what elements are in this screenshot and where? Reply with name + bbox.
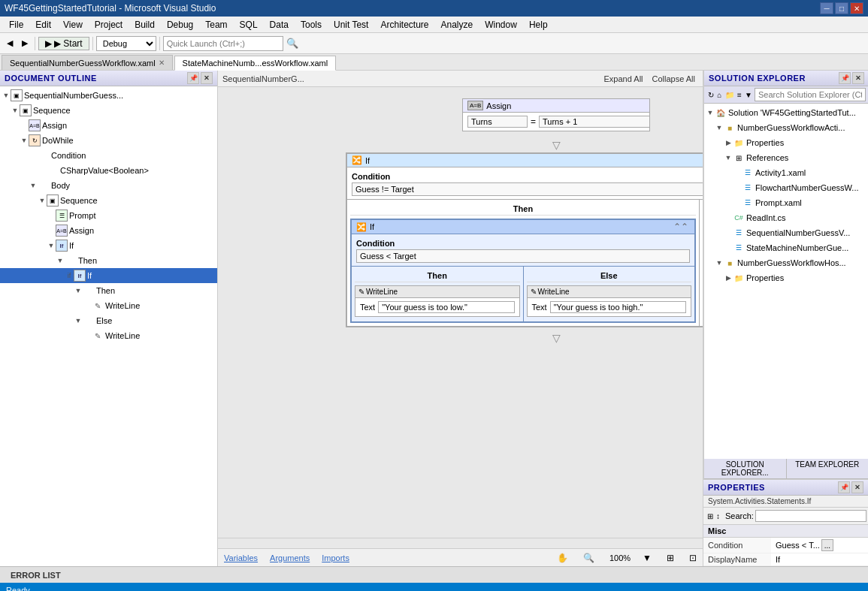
tree-item-0[interactable]: ▼▣SequentialNumberGuess...	[0, 88, 217, 103]
se-search-input[interactable]	[755, 88, 866, 101]
close-prop-icon[interactable]: ✕	[851, 481, 863, 493]
se-expand-0[interactable]: ▼	[706, 108, 715, 117]
writeline-then[interactable]: ✎ WriteLine Text	[355, 285, 520, 317]
tree-expand-8[interactable]	[47, 211, 56, 220]
forward-button[interactable]: ▶	[18, 35, 32, 52]
se-folder-btn[interactable]: 📁	[724, 88, 735, 101]
tree-expand-2[interactable]	[20, 121, 29, 130]
tree-item-13[interactable]: ▼Then	[0, 283, 217, 298]
workflow-canvas[interactable]: A=B Assign = ▽	[218, 87, 703, 538]
tree-item-9[interactable]: A=BAssign	[0, 223, 217, 238]
tree-item-12[interactable]: ifIfIf	[0, 268, 217, 283]
tree-item-16[interactable]: ✎WriteLine	[0, 328, 217, 343]
se-expand-8[interactable]	[724, 228, 733, 237]
se-properties-btn[interactable]: ≡	[736, 88, 743, 101]
close-outline-icon[interactable]: ✕	[201, 72, 213, 84]
properties-search-input[interactable]	[755, 510, 866, 522]
menu-item-team[interactable]: Team	[199, 18, 233, 32]
se-expand-11[interactable]: ▶	[724, 273, 733, 282]
hand-tool-icon[interactable]: ✋	[557, 553, 568, 563]
writeline-else-text-input[interactable]	[550, 301, 686, 313]
quicklaunch-input[interactable]	[163, 36, 283, 51]
se-tree-item-7[interactable]: C#ReadInt.cs	[704, 210, 868, 225]
tree-item-14[interactable]: ✎WriteLine	[0, 298, 217, 313]
menu-item-help[interactable]: Help	[523, 18, 554, 32]
writeline-then-text-input[interactable]	[378, 301, 514, 313]
zoom-dropdown-icon[interactable]: ▼	[643, 553, 652, 563]
menu-item-window[interactable]: Window	[479, 18, 523, 32]
assign-left-input[interactable]	[467, 116, 528, 128]
minimize-button[interactable]: ─	[820, 2, 833, 14]
arguments-link[interactable]: Arguments	[270, 553, 310, 562]
pin-prop-icon[interactable]: 📌	[838, 481, 850, 493]
prop-sort-btn[interactable]: ↕	[715, 509, 721, 523]
tree-item-7[interactable]: ▼▣Sequence	[0, 193, 217, 208]
se-expand-1[interactable]: ▼	[715, 123, 724, 132]
pin-se-icon[interactable]: 📌	[839, 72, 851, 84]
se-expand-10[interactable]: ▼	[715, 258, 724, 267]
se-expand-3[interactable]: ▼	[724, 153, 733, 162]
tree-expand-1[interactable]: ▼	[11, 106, 20, 115]
se-refresh-btn[interactable]: ↻	[707, 88, 715, 101]
menu-item-view[interactable]: View	[57, 18, 89, 32]
menu-item-architecture[interactable]: Architecture	[374, 18, 434, 32]
tree-expand-15[interactable]: ▼	[74, 316, 83, 325]
tree-expand-11[interactable]: ▼	[56, 256, 65, 265]
tree-expand-14[interactable]	[83, 301, 92, 310]
doc-outline-tree[interactable]: ▼▣SequentialNumberGuess...▼▣SequenceA=BA…	[0, 86, 217, 566]
tree-item-15[interactable]: ▼Else	[0, 313, 217, 328]
tab-close-sequential[interactable]: ✕	[159, 59, 165, 67]
tree-expand-5[interactable]	[38, 166, 47, 175]
inner-if-block[interactable]: 🔀 If ⌃⌃ Condition	[350, 219, 696, 323]
tree-item-4[interactable]: Condition	[0, 148, 217, 163]
menu-item-build[interactable]: Build	[129, 18, 161, 32]
se-tree-item-9[interactable]: ☰StateMachineNumberGue...	[704, 240, 868, 255]
close-se-icon[interactable]: ✕	[852, 72, 864, 84]
error-list-tab[interactable]: ERROR LIST	[5, 569, 67, 581]
maximize-button[interactable]: □	[835, 2, 848, 14]
outer-if-block[interactable]: 🔀 If Condition Then	[346, 152, 703, 327]
se-tree-item-3[interactable]: ▼⊞References	[704, 150, 868, 165]
pin-icon[interactable]: 📌	[187, 72, 199, 84]
outer-if-condition-input[interactable]	[352, 182, 703, 196]
tree-item-6[interactable]: ▼Body	[0, 178, 217, 193]
se-home-btn[interactable]: ⌂	[716, 88, 723, 101]
inner-if-collapse-btn[interactable]: ⌃⌃	[672, 222, 690, 232]
se-tree-item-6[interactable]: ☰Prompt.xaml	[704, 195, 868, 210]
tree-expand-13[interactable]: ▼	[74, 286, 83, 295]
variables-link[interactable]: Variables	[224, 553, 258, 562]
se-expand-6[interactable]	[733, 198, 742, 207]
se-expand-2[interactable]: ▶	[724, 138, 733, 147]
se-tree-item-5[interactable]: ☰FlowchartNumberGuessW...	[704, 180, 868, 195]
se-tree-item-0[interactable]: ▼🏠Solution 'WF45GettingStartedTut...	[704, 105, 868, 120]
overview-icon[interactable]: ⊡	[689, 553, 697, 563]
tree-item-10[interactable]: ▼IfIf	[0, 238, 217, 253]
se-expand-5[interactable]	[733, 183, 742, 192]
tree-expand-16[interactable]	[83, 331, 92, 340]
writeline-else[interactable]: ✎ WriteLine Text	[527, 285, 692, 317]
tree-item-3[interactable]: ▼↻DoWhile	[0, 133, 217, 148]
tree-expand-7[interactable]: ▼	[38, 196, 47, 205]
tree-expand-4[interactable]	[29, 151, 38, 160]
solution-explorer-tab[interactable]: SOLUTION EXPLORER...	[704, 459, 787, 478]
se-tree-item-10[interactable]: ▼■NumberGuessWorkflowHos...	[704, 255, 868, 270]
tree-item-11[interactable]: ▼Then	[0, 253, 217, 268]
se-expand-7[interactable]	[724, 213, 733, 222]
prop-value-0[interactable]: Guess < T......	[771, 538, 868, 553]
menu-item-data[interactable]: Data	[264, 18, 295, 32]
tree-item-8[interactable]: ☰Prompt	[0, 208, 217, 223]
menu-item-edit[interactable]: Edit	[29, 18, 57, 32]
fit-to-screen-icon[interactable]: ⊞	[667, 553, 674, 563]
tree-item-2[interactable]: A=BAssign	[0, 118, 217, 133]
tree-expand-10[interactable]: ▼	[47, 241, 56, 250]
tab-statemachine[interactable]: StateMachineNumb...essWorkflow.xaml	[174, 56, 337, 71]
menu-item-unit-test[interactable]: Unit Test	[328, 18, 374, 32]
se-expand-9[interactable]	[724, 243, 733, 252]
search-icon[interactable]: 🔍	[286, 38, 298, 49]
imports-link[interactable]: Imports	[322, 553, 349, 562]
se-tree-item-8[interactable]: ☰SequentialNumberGuessV...	[704, 225, 868, 240]
tree-expand-3[interactable]: ▼	[20, 136, 29, 145]
se-tree-item-2[interactable]: ▶📁Properties	[704, 135, 868, 150]
tree-item-5[interactable]: CSharpValue<Boolean>	[0, 163, 217, 178]
se-expand-4[interactable]	[733, 168, 742, 177]
